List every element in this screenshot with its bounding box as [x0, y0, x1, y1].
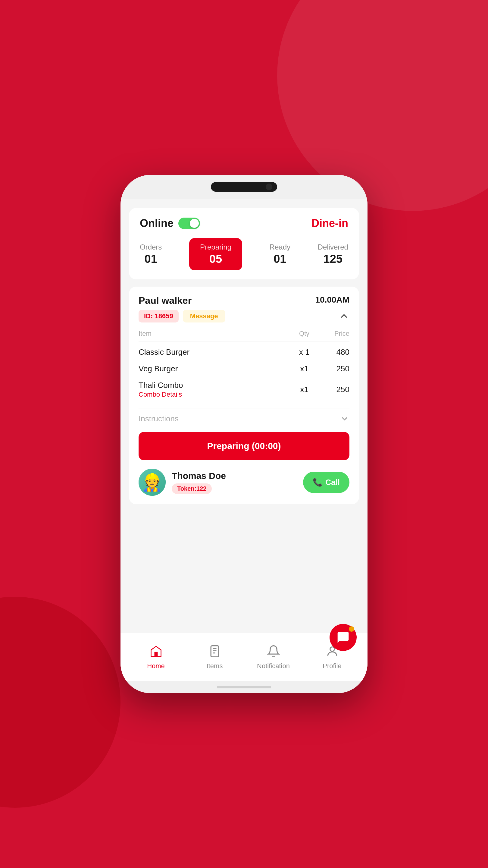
item-qty-0: x 1	[289, 347, 319, 357]
customer-name: Paul walker	[138, 295, 192, 306]
call-button[interactable]: 📞 Call	[303, 472, 350, 493]
phone-bottom	[121, 681, 367, 693]
preparing-button[interactable]: Preparing (00:00)	[138, 432, 350, 460]
online-toggle[interactable]	[178, 218, 200, 229]
stat-preparing[interactable]: Preparing 05	[189, 238, 242, 270]
delivered-label: Delivered	[318, 243, 348, 251]
instructions-expand-icon[interactable]	[340, 414, 350, 424]
online-section: Online	[140, 217, 200, 230]
item-name-0: Classic Burger	[138, 347, 289, 357]
stats-row: Orders 01 Preparing 05 Ready 01 Delivere…	[140, 238, 348, 270]
stat-orders[interactable]: Orders 01	[140, 243, 162, 266]
item-qty-1: x1	[289, 364, 319, 373]
combo-details-link[interactable]: Combo Details	[138, 391, 289, 398]
instructions-row[interactable]: Instructions	[138, 408, 350, 429]
item-price-1: 250	[319, 364, 350, 373]
notification-icon	[267, 645, 280, 660]
avatar-image	[138, 469, 166, 496]
dine-in-label: Dine-in	[312, 217, 348, 230]
preparing-value: 05	[209, 253, 222, 266]
item-name-2: Thali Combo	[138, 381, 289, 390]
home-nav-label: Home	[147, 662, 165, 670]
items-icon	[208, 645, 221, 660]
table-header: Item Qty Price	[138, 330, 350, 341]
nav-home[interactable]: Home	[127, 645, 185, 670]
col-item-header: Item	[138, 330, 289, 338]
svg-rect-1	[211, 646, 219, 657]
phone-icon: 📞	[313, 478, 322, 487]
phone-notch	[211, 182, 277, 192]
preparing-label: Preparing	[200, 243, 231, 251]
col-price-header: Price	[319, 330, 350, 338]
item-name-1: Veg Burger	[138, 364, 289, 373]
online-label: Online	[140, 217, 173, 230]
stat-ready[interactable]: Ready 01	[270, 243, 290, 266]
collapse-button[interactable]	[338, 311, 350, 321]
order-id-tag: ID: 18659	[138, 310, 178, 322]
table-row: Thali Combo Combo Details x1 250	[138, 377, 350, 402]
header-card: Online Dine-in Orders 01 Preparing 05	[129, 208, 359, 279]
rider-name: Thomas Doe	[172, 471, 297, 481]
item-price-2: 250	[319, 385, 350, 394]
rider-token: Token:122	[172, 484, 212, 494]
table-row: Classic Burger x 1 480	[138, 344, 350, 361]
items-nav-label: Items	[207, 662, 223, 670]
notification-nav-label: Notification	[257, 662, 290, 670]
order-card: Paul walker 10.00AM ID: 18659 Message	[129, 287, 359, 504]
svg-rect-0	[154, 652, 158, 656]
table-row: Veg Burger x1 250	[138, 361, 350, 377]
order-tags: ID: 18659 Message	[138, 310, 350, 322]
order-time: 10.00AM	[315, 295, 350, 305]
home-icon	[150, 645, 163, 660]
nav-notification[interactable]: Notification	[244, 645, 303, 670]
nav-profile[interactable]: Profile	[303, 645, 361, 670]
orders-value: 01	[144, 253, 157, 266]
instructions-label: Instructions	[138, 414, 178, 424]
stat-delivered[interactable]: Delivered 125	[318, 243, 348, 266]
item-with-sub: Thali Combo Combo Details	[138, 381, 289, 398]
rider-section: Thomas Doe Token:122 📞 Call	[138, 469, 350, 496]
orders-label: Orders	[140, 243, 162, 251]
col-qty-header: Qty	[289, 330, 319, 338]
nav-items[interactable]: Items	[185, 645, 244, 670]
header-row: Online Dine-in	[140, 217, 348, 230]
ready-value: 01	[273, 253, 286, 266]
phone-shell: Online Dine-in Orders 01 Preparing 05	[121, 175, 367, 693]
profile-nav-label: Profile	[323, 662, 341, 670]
rider-info: Thomas Doe Token:122	[172, 471, 297, 494]
items-table: Item Qty Price Classic Burger x 1 480 Ve…	[138, 330, 350, 402]
delivered-value: 125	[324, 253, 343, 266]
item-price-0: 480	[319, 347, 350, 357]
rider-avatar	[138, 469, 166, 496]
order-header: Paul walker 10.00AM	[138, 295, 350, 306]
call-label: Call	[325, 478, 340, 487]
phone-screen: Online Dine-in Orders 01 Preparing 05	[121, 199, 367, 681]
phone-top-bar	[121, 175, 367, 199]
order-message-tag[interactable]: Message	[183, 310, 225, 322]
chat-fab-button[interactable]	[330, 624, 357, 651]
ready-label: Ready	[270, 243, 290, 251]
home-indicator	[217, 686, 271, 688]
item-qty-2: x1	[289, 385, 319, 394]
app-content: Online Dine-in Orders 01 Preparing 05	[121, 199, 367, 633]
